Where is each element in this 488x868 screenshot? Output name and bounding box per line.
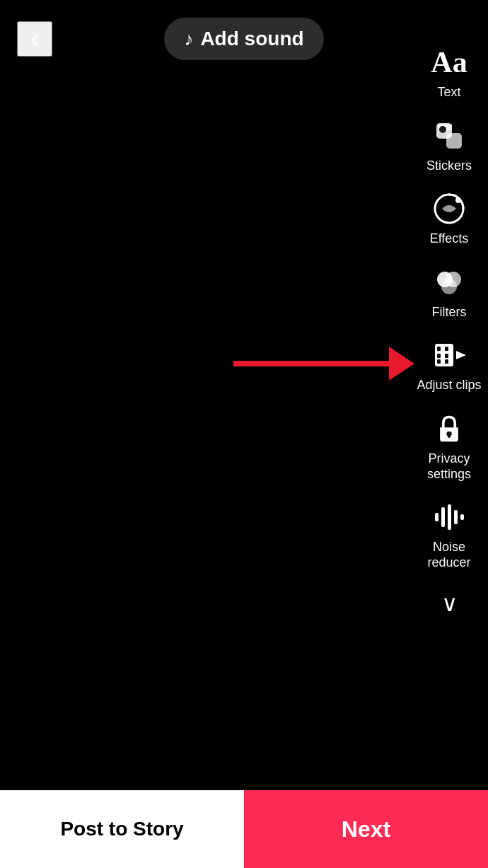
add-sound-button[interactable]: ♪ Add sound	[164, 18, 323, 60]
svg-rect-22	[460, 514, 464, 520]
svg-rect-21	[454, 510, 458, 524]
music-note-icon: ♪	[184, 28, 193, 50]
svg-rect-19	[441, 507, 445, 527]
stickers-icon	[432, 119, 466, 153]
sidebar-item-stickers[interactable]: Stickers	[410, 109, 488, 183]
sidebar-item-adjust-clips[interactable]: Adjust clips	[410, 328, 488, 402]
text-label: Text	[437, 85, 460, 100]
arrow-head	[389, 347, 414, 381]
sidebar-item-more[interactable]: ∨	[410, 579, 488, 628]
next-button[interactable]: Next	[244, 790, 488, 868]
bottom-bar: Post to Story Next	[0, 790, 488, 868]
post-to-story-button[interactable]: Post to Story	[0, 790, 244, 868]
next-label: Next	[342, 816, 390, 843]
effects-icon-wrapper	[431, 190, 467, 227]
svg-point-4	[455, 197, 461, 203]
noise-reducer-label: Noise reducer	[416, 540, 482, 570]
svg-rect-11	[437, 354, 441, 358]
svg-marker-9	[456, 351, 466, 359]
svg-point-2	[439, 126, 446, 133]
svg-rect-15	[445, 359, 448, 364]
arrow-line	[233, 361, 389, 366]
svg-rect-13	[445, 347, 448, 351]
red-arrow-annotation	[233, 347, 414, 381]
privacy-settings-icon-wrapper	[431, 410, 467, 447]
adjust-clips-icon	[432, 338, 466, 372]
adjust-clips-icon-wrapper	[431, 337, 467, 374]
sidebar-item-noise-reducer[interactable]: Noise reducer	[410, 490, 488, 579]
back-button[interactable]: ‹	[17, 21, 52, 57]
right-sidebar: Aa Text Stickers Effects	[410, 28, 488, 628]
sidebar-item-privacy-settings[interactable]: Privacy settings	[410, 402, 488, 490]
noise-reducer-icon	[432, 500, 466, 534]
svg-rect-18	[435, 513, 438, 521]
sidebar-item-effects[interactable]: Effects	[410, 182, 488, 255]
effects-label: Effects	[430, 231, 469, 247]
sidebar-item-filters[interactable]: Filters	[410, 255, 488, 329]
svg-rect-20	[448, 504, 451, 530]
sidebar-item-text[interactable]: Aa Text	[410, 35, 488, 109]
svg-rect-17	[448, 434, 451, 438]
adjust-clips-label: Adjust clips	[417, 378, 481, 393]
svg-rect-1	[446, 133, 462, 149]
filters-icon-wrapper	[431, 264, 467, 301]
filters-icon	[432, 265, 466, 299]
svg-rect-12	[437, 359, 441, 364]
noise-reducer-icon-wrapper	[431, 499, 467, 536]
svg-point-7	[441, 279, 457, 294]
lock-icon	[434, 413, 465, 444]
filters-label: Filters	[432, 305, 467, 320]
text-aa-icon: Aa	[431, 47, 467, 77]
privacy-settings-label: Privacy settings	[416, 451, 482, 482]
text-icon-wrapper: Aa	[431, 44, 467, 81]
stickers-icon-wrapper	[431, 117, 467, 154]
svg-rect-14	[445, 354, 448, 358]
svg-rect-10	[437, 347, 441, 351]
effects-icon	[432, 192, 466, 226]
post-to-story-label: Post to Story	[60, 818, 183, 840]
add-sound-label: Add sound	[200, 28, 303, 50]
chevron-down-icon: ∨	[441, 590, 458, 617]
stickers-label: Stickers	[426, 158, 472, 174]
